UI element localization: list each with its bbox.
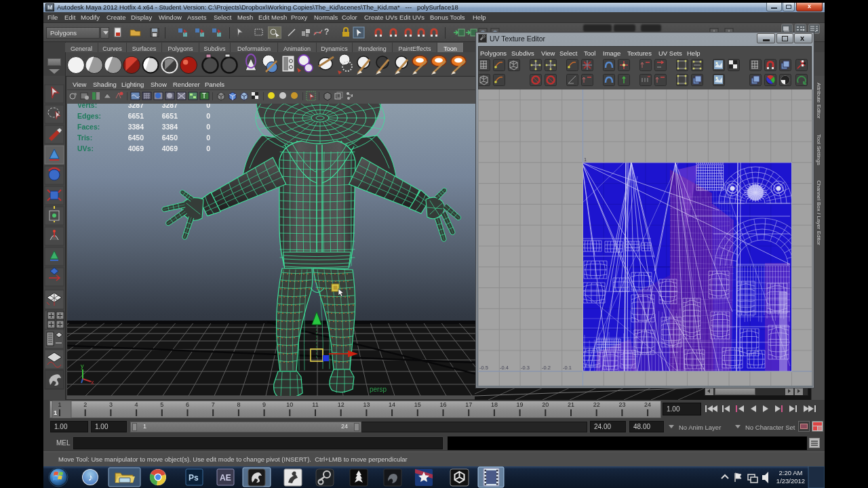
svg-text:22: 22 [593,401,600,408]
svg-text:0: 0 [206,144,210,152]
svg-text:-0.5: -0.5 [479,365,488,371]
svg-text:1: 1 [54,409,58,416]
svg-text:0: 0 [206,123,210,131]
svg-text:Edges:: Edges: [77,112,101,120]
svg-text:AE: AE [220,473,231,483]
svg-text:persp: persp [370,386,387,393]
svg-text:6450: 6450 [128,134,144,142]
svg-text:0: 0 [206,112,210,120]
svg-text:Ps: Ps [189,473,199,483]
svg-text:4069: 4069 [128,144,144,152]
svg-text:3384: 3384 [162,123,178,131]
svg-text:1: 1 [584,157,587,163]
svg-text:6651: 6651 [128,112,144,120]
svg-text:11: 11 [312,401,318,408]
svg-text:8: 8 [237,401,240,408]
svg-text:0: 0 [206,134,210,142]
svg-text:3287: 3287 [162,104,178,109]
svg-text:4069: 4069 [162,144,178,152]
svg-text:10: 10 [286,401,293,408]
svg-text:20: 20 [542,401,549,408]
svg-text:3287: 3287 [128,104,144,109]
svg-text:Verts:: Verts: [77,104,97,109]
svg-text:19: 19 [517,401,524,408]
svg-text:24: 24 [644,401,651,408]
svg-text:0: 0 [206,104,210,109]
svg-text:-0.1: -0.1 [563,365,572,371]
svg-text:21: 21 [568,401,574,408]
svg-text:18: 18 [491,401,498,408]
svg-text:15: 15 [414,401,421,408]
svg-text:13: 13 [363,401,370,408]
svg-text:UVs:: UVs: [77,144,94,152]
svg-text:23: 23 [618,401,625,408]
svg-text:Faces:: Faces: [77,123,100,131]
svg-text:Tris:: Tris: [77,134,92,142]
svg-text:-0.2: -0.2 [542,365,551,371]
svg-text:1/23/2012: 1/23/2012 [776,477,805,485]
svg-text:6651: 6651 [162,112,178,120]
svg-text:9: 9 [262,401,266,408]
svg-text:2: 2 [83,401,87,408]
svg-text:y: y [81,363,84,369]
svg-text:2:20 AM: 2:20 AM [779,469,803,476]
svg-text:-0.3: -0.3 [521,365,530,371]
svg-text:5: 5 [160,401,163,408]
svg-text:4: 4 [135,401,138,408]
svg-text:1: 1 [58,401,61,408]
svg-text:3384: 3384 [128,123,144,131]
svg-text:T: T [202,92,206,100]
svg-text:17: 17 [465,401,472,408]
svg-text:-0.4: -0.4 [500,365,509,371]
svg-text:3: 3 [109,401,113,408]
svg-text:♪: ♪ [88,472,93,483]
svg-text:6: 6 [186,401,189,408]
svg-text:7: 7 [212,401,215,408]
svg-text:16: 16 [439,401,446,408]
svg-text:12: 12 [338,401,344,408]
svg-text:6450: 6450 [162,134,178,142]
svg-text:x: x [91,379,94,386]
svg-text:14: 14 [389,401,395,408]
